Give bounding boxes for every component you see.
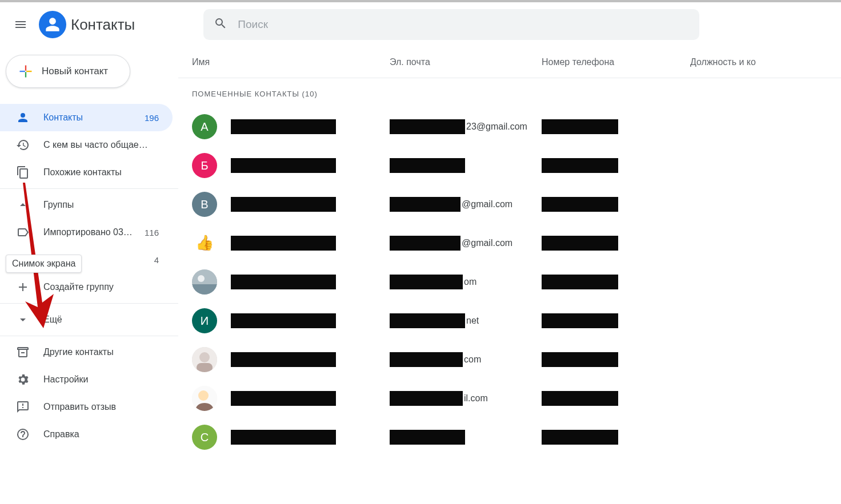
person-outline-icon (16, 111, 30, 124)
redacted-phone (542, 275, 618, 289)
svg-text:👍: 👍 (195, 233, 214, 252)
sidebar-group-item[interactable]: Импортировано 03… 116 (0, 219, 173, 246)
contact-row[interactable]: Б (178, 146, 841, 185)
sidebar-other-contacts[interactable]: Другие контакты (0, 338, 173, 366)
sidebar-item-frequent[interactable]: С кем вы часто общае… (0, 131, 173, 159)
sidebar-settings[interactable]: Настройки (0, 366, 173, 393)
create-group-label: Создайте группу (43, 282, 159, 292)
divider (0, 303, 178, 304)
redacted-email (390, 313, 465, 328)
svg-point-5 (199, 352, 210, 362)
redacted-phone (542, 391, 618, 406)
column-phone: Номер телефона (542, 57, 690, 67)
sidebar: Новый контакт Контакты 196 С кем вы част… (0, 47, 178, 504)
contact-row[interactable]: А23@gmail.com (178, 107, 841, 146)
contact-row[interactable]: il.com (178, 379, 841, 418)
redacted-name (231, 158, 336, 173)
sidebar-feedback[interactable]: Отправить отзыв (0, 393, 173, 421)
email-suffix: il.com (464, 393, 488, 404)
history-icon (16, 138, 30, 152)
email-suffix: om (464, 277, 476, 287)
plus-icon (18, 63, 34, 79)
starred-section-title: ПОМЕЧЕННЫЕ КОНТАКТЫ (10) (178, 78, 841, 107)
redacted-name (231, 352, 336, 367)
groups-label: Группы (43, 200, 159, 210)
email-suffix: net (466, 316, 479, 326)
new-contact-label: Новый контакт (42, 66, 108, 77)
table-header: Имя Эл. почта Номер телефона Должность и… (178, 47, 841, 78)
redacted-name (231, 391, 336, 406)
sidebar-item-label: С кем вы часто общае… (43, 140, 159, 150)
redacted-email (390, 275, 463, 289)
column-job: Должность и ко (690, 57, 841, 67)
contact-row[interactable]: Иnet (178, 301, 841, 340)
help-label: Справка (43, 429, 159, 440)
column-email: Эл. почта (390, 57, 542, 67)
sidebar-more[interactable]: Ещё (0, 306, 173, 333)
redacted-phone (542, 352, 618, 367)
svg-point-8 (198, 390, 209, 401)
other-contacts-label: Другие контакты (43, 347, 159, 357)
redacted-phone (542, 430, 618, 445)
header-bar: Контакты (0, 0, 841, 47)
screenshot-tooltip: Снимок экрана (6, 255, 82, 273)
contact-row[interactable]: С (178, 418, 841, 457)
redacted-name (231, 119, 336, 134)
sidebar-create-group[interactable]: Создайте группу (0, 273, 173, 301)
redacted-email (390, 158, 465, 173)
contact-row[interactable]: com (178, 340, 841, 379)
help-icon (16, 428, 30, 441)
group-count: 4 (154, 255, 159, 265)
avatar: 👍 (192, 231, 217, 256)
sidebar-item-count: 196 (145, 113, 159, 123)
app-logo (39, 11, 66, 38)
main-menu-button[interactable] (7, 11, 34, 38)
redacted-email (390, 352, 463, 367)
redacted-phone (542, 236, 618, 251)
search-icon (214, 17, 227, 33)
sidebar-groups-header[interactable]: Группы (0, 191, 173, 219)
sidebar-help[interactable]: Справка (0, 421, 173, 448)
sidebar-item-merge[interactable]: Похожие контакты (0, 159, 173, 186)
avatar: В (192, 192, 217, 217)
redacted-name (231, 313, 336, 328)
redacted-name (231, 197, 336, 212)
redacted-email (390, 236, 460, 251)
redacted-name (231, 430, 336, 445)
search-input[interactable] (238, 19, 689, 31)
svg-rect-3 (192, 284, 217, 295)
redacted-email (390, 430, 465, 445)
contact-row[interactable]: 👍@gmail.com (178, 224, 841, 263)
duplicate-icon (16, 166, 30, 179)
sidebar-item-label: Контакты (43, 112, 145, 123)
sidebar-item-contacts[interactable]: Контакты 196 (0, 104, 173, 131)
contact-row[interactable]: В@gmail.com (178, 185, 841, 224)
avatar: С (192, 425, 217, 450)
avatar: А (192, 114, 217, 139)
new-contact-button[interactable]: Новый контакт (6, 55, 130, 88)
avatar: Б (192, 153, 217, 178)
svg-rect-6 (197, 363, 213, 372)
email-suffix: @gmail.com (462, 238, 512, 248)
gear-icon (16, 373, 30, 386)
search-box[interactable] (203, 9, 699, 40)
chevron-down-icon (16, 313, 30, 326)
email-suffix: 23@gmail.com (466, 122, 527, 132)
redacted-phone (542, 119, 618, 134)
redacted-email (390, 391, 463, 406)
feedback-label: Отправить отзыв (43, 402, 159, 412)
label-icon (16, 225, 30, 239)
redacted-name (231, 275, 336, 289)
redacted-phone (542, 158, 618, 173)
archive-icon (16, 345, 30, 359)
contact-row[interactable]: om (178, 263, 841, 301)
chevron-up-icon (16, 198, 30, 212)
contact-list: А23@gmail.comБВ@gmail.com👍@gmail.comomИn… (178, 107, 841, 457)
divider (0, 336, 178, 336)
avatar (192, 386, 217, 411)
redacted-phone (542, 313, 618, 328)
sidebar-item-label: Похожие контакты (43, 167, 159, 178)
app-title: Контакты (71, 16, 135, 34)
avatar (192, 347, 217, 372)
settings-label: Настройки (43, 374, 159, 385)
